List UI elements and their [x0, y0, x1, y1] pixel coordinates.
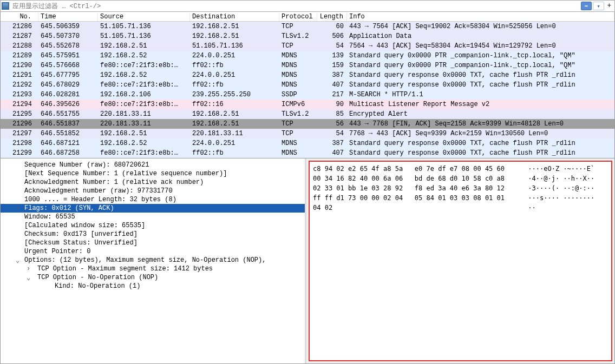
col-source[interactable]: Source — [98, 12, 190, 21]
hex-dump-pane[interactable]: c8 94 02 e2 65 4f a8 5a e0 7e df e7 08 0… — [309, 161, 612, 361]
col-destination[interactable]: Destination — [190, 12, 279, 21]
table-row[interactable]: 21289645.575951192.168.2.52224.0.0.251MD… — [1, 51, 614, 61]
detail-line[interactable]: ⌄TCP Option - No-Operation (NOP) — [1, 273, 305, 282]
cell-info: Standard query 0x0000 PTR _companion-lin… — [347, 61, 614, 70]
cell-time: 645.552678 — [38, 42, 98, 50]
filter-input[interactable]: 应用显示过滤器 … <Ctrl-/> — [11, 2, 581, 11]
detail-line[interactable]: Acknowledgment number (raw): 977331770 — [1, 187, 305, 195]
cell-info: Standard query response 0x0000 TXT, cach… — [347, 149, 614, 157]
detail-line[interactable]: [Checksum Status: Unverified] — [1, 239, 305, 247]
cell-src: 192.168.2.51 — [98, 42, 190, 50]
cell-src: fe80::ce7:21f3:e8b:… — [98, 100, 190, 109]
table-row[interactable]: 21287645.50737051.105.71.136192.168.2.51… — [1, 31, 614, 41]
detail-line[interactable]: Sequence Number (raw): 680720621 — [1, 161, 305, 169]
cell-time: 646.028281 — [38, 90, 98, 99]
expander-icon[interactable]: ⌄ — [27, 274, 30, 282]
cell-proto: MDNS — [279, 81, 317, 89]
cell-no: 21296 — [1, 120, 38, 128]
cell-time: 646.687258 — [38, 149, 98, 157]
cell-proto: TCP — [279, 129, 317, 138]
cell-info: Standard query response 0x0000 TXT, cach… — [347, 71, 614, 80]
table-row[interactable]: 21286645.50635951.105.71.136192.168.2.51… — [1, 22, 614, 31]
cell-dst: ff02::16 — [190, 100, 279, 109]
detail-line[interactable]: 1000 .... = Header Length: 32 bytes (8) — [1, 195, 305, 204]
cell-len: 217 — [317, 90, 347, 99]
expander-icon[interactable]: ⌄ — [16, 256, 19, 264]
cell-proto: MDNS — [279, 51, 317, 60]
table-row[interactable]: 21288645.552678192.168.2.5151.105.71.136… — [1, 41, 614, 51]
table-row[interactable]: 21299646.687258fe80::ce7:21f3:e8b:…ff02:… — [1, 148, 614, 158]
detail-line[interactable]: Acknowledgment Number: 1 (relative ack n… — [1, 178, 305, 187]
cell-len: 407 — [317, 149, 347, 157]
cell-proto: MDNS — [279, 139, 317, 148]
cell-proto: TCP — [279, 22, 317, 31]
filter-bar[interactable]: 应用显示过滤器 … <Ctrl-/> ➡ ▾ + — [0, 0, 615, 12]
cell-dst: 224.0.0.251 — [190, 51, 279, 60]
cell-src: 192.168.2.106 — [98, 90, 190, 99]
cell-no: 21289 — [1, 51, 38, 60]
cell-time: 645.677795 — [38, 71, 98, 80]
expander-icon[interactable]: › — [27, 265, 30, 273]
filter-dropdown-icon[interactable]: ▾ — [593, 2, 604, 10]
cell-no: 21298 — [1, 139, 38, 148]
cell-len: 85 — [317, 110, 347, 118]
cell-info: Standard query 0x0000 PTR _companion-lin… — [347, 51, 614, 60]
detail-text: Flags: 0x012 (SYN, ACK) — [24, 204, 114, 212]
detail-line[interactable]: [Calculated window size: 65535] — [1, 221, 305, 230]
cell-time: 646.395626 — [38, 100, 98, 109]
table-row[interactable]: 21298646.687121192.168.2.52224.0.0.251MD… — [1, 138, 614, 148]
col-protocol[interactable]: Protocol — [279, 12, 317, 21]
col-no[interactable]: No. — [1, 12, 38, 21]
table-row[interactable]: 21294646.395626fe80::ce7:21f3:e8b:…ff02:… — [1, 100, 614, 109]
table-row[interactable]: 21296646.551837220.181.33.11192.168.2.51… — [1, 119, 614, 129]
table-row[interactable]: 21290645.576668fe80::ce7:21f3:e8b:…ff02:… — [1, 61, 614, 70]
cell-no: 21293 — [1, 90, 38, 99]
cell-dst: 192.168.2.51 — [190, 120, 279, 128]
cell-src: 192.168.2.52 — [98, 51, 190, 60]
cell-len: 506 — [317, 32, 347, 41]
apply-filter-button[interactable]: ➡ — [581, 2, 592, 10]
table-row[interactable]: 21295646.551755220.181.33.11192.168.2.51… — [1, 109, 614, 119]
cell-len: 159 — [317, 61, 347, 70]
detail-line[interactable]: Urgent Pointer: 0 — [1, 247, 305, 256]
cell-proto: TLSv1.2 — [279, 32, 317, 41]
col-time[interactable]: Time — [38, 12, 98, 21]
table-row[interactable]: 21293646.028281192.168.2.106239.255.255.… — [1, 90, 614, 100]
cell-time: 645.506359 — [38, 22, 98, 31]
table-row[interactable]: 21292645.678029fe80::ce7:21f3:e8b:…ff02:… — [1, 80, 614, 90]
cell-info: Multicast Listener Report Message v2 — [347, 100, 614, 109]
hex-line: 02 33 01 bb 1e 03 28 92 f8 ed 3a 40 e6 3… — [313, 184, 594, 192]
add-filter-button[interactable]: + — [605, 2, 613, 10]
cell-dst: ff02::fb — [190, 81, 279, 89]
cell-info: 7768 → 443 [ACK] Seq=9399 Ack=2159 Win=1… — [347, 129, 614, 138]
detail-line[interactable]: ›Flags: 0x012 (SYN, ACK) — [1, 204, 305, 213]
cell-time: 645.576668 — [38, 61, 98, 70]
detail-line[interactable]: ›TCP Option - Maximum segment size: 1412… — [1, 264, 305, 273]
expander-icon[interactable]: › — [16, 204, 19, 212]
detail-text: TCP Option - Maximum segment size: 1412 … — [37, 265, 213, 273]
detail-line[interactable]: Kind: No-Operation (1) — [1, 282, 305, 290]
col-info[interactable]: Info — [347, 12, 614, 21]
cell-src: fe80::ce7:21f3:e8b:… — [98, 61, 190, 70]
col-length[interactable]: Length — [317, 12, 347, 21]
cell-proto: ICMPv6 — [279, 100, 317, 109]
detail-line[interactable]: Checksum: 0xd173 [unverified] — [1, 230, 305, 239]
cell-proto: MDNS — [279, 71, 317, 80]
cell-len: 387 — [317, 139, 347, 148]
packet-list-header: No. Time Source Destination Protocol Len… — [1, 12, 614, 22]
packet-detail-pane[interactable]: Sequence Number (raw): 680720621[Next Se… — [1, 158, 306, 363]
cell-info: Encrypted Alert — [347, 110, 614, 118]
cell-proto: MDNS — [279, 61, 317, 70]
cell-src: fe80::ce7:21f3:e8b:… — [98, 149, 190, 157]
detail-line[interactable]: [Next Sequence Number: 1 (relative seque… — [1, 169, 305, 178]
bookmark-icon[interactable] — [2, 2, 9, 10]
detail-line[interactable]: ⌄Options: (12 bytes), Maximum segment si… — [1, 256, 305, 264]
table-row[interactable]: 21297646.551852192.168.2.51220.181.33.11… — [1, 129, 614, 138]
cell-no: 21299 — [1, 149, 38, 157]
cell-proto: SSDP — [279, 90, 317, 99]
table-row[interactable]: 21291645.677795192.168.2.52224.0.0.251MD… — [1, 70, 614, 80]
detail-line[interactable]: Window: 65535 — [1, 213, 305, 221]
cell-no: 21297 — [1, 129, 38, 138]
cell-proto: TLSv1.2 — [279, 110, 317, 118]
cell-time: 646.687121 — [38, 139, 98, 148]
